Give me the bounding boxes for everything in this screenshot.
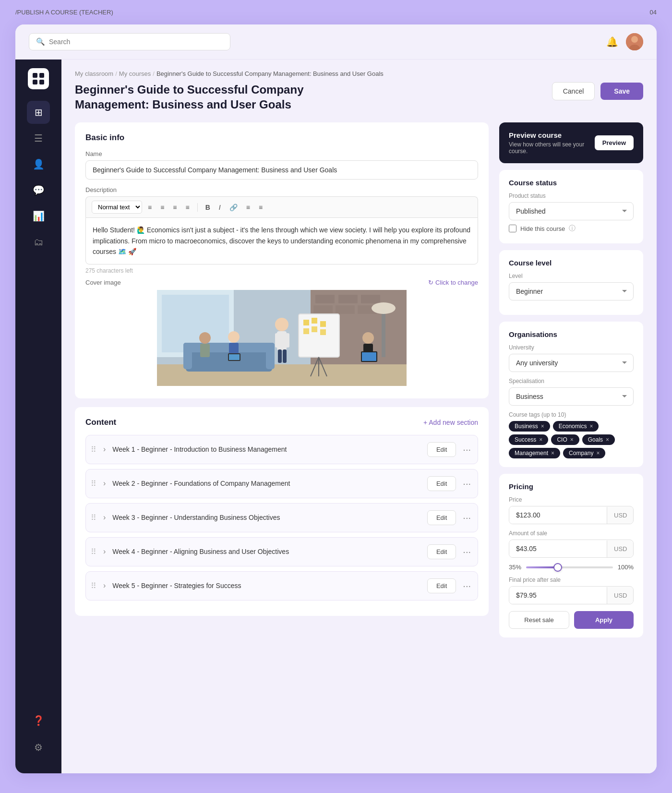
svg-rect-26 xyxy=(278,349,282,363)
tag-economics: Economics × xyxy=(553,421,599,432)
add-section-button[interactable]: + Add new section xyxy=(423,419,478,426)
align-center-btn[interactable]: ≡ xyxy=(157,202,167,213)
sale-input[interactable] xyxy=(509,540,607,557)
edit-week-btn[interactable]: Edit xyxy=(427,442,456,457)
notification-bell-icon[interactable]: 🔔 xyxy=(606,36,618,48)
svg-rect-21 xyxy=(266,343,275,369)
tag-business: Business × xyxy=(509,421,550,432)
specialisation-select[interactable]: Business xyxy=(509,387,634,406)
save-button[interactable]: Save xyxy=(600,83,643,100)
course-level-card: Course level Level Beginner xyxy=(499,250,643,315)
week-row-2: ⠿ › Week 2 - Beginner - Foundations of C… xyxy=(85,469,478,498)
italic-btn[interactable]: I xyxy=(216,202,224,213)
hide-course-info-icon[interactable]: ⓘ xyxy=(569,224,576,233)
more-options-btn[interactable]: ··· xyxy=(461,546,473,557)
page-title: Beginner's Guide to Successful Company M… xyxy=(75,82,372,112)
sidebar-item-files[interactable]: 🗂 xyxy=(27,230,50,253)
product-status-select[interactable]: Published xyxy=(509,202,634,220)
drag-handle[interactable]: ⠿ xyxy=(91,547,96,556)
apply-button[interactable]: Apply xyxy=(574,611,634,629)
drag-handle[interactable]: ⠿ xyxy=(91,479,96,488)
svg-point-38 xyxy=(199,332,211,344)
course-level-title: Course level xyxy=(509,259,634,267)
sidebar-item-help[interactable]: ❓ xyxy=(27,709,50,732)
sidebar-item-user[interactable]: 👤 xyxy=(27,153,50,176)
align-justify-btn[interactable]: ≡ xyxy=(183,202,192,213)
week-label: Week 5 - Beginner - Strategies for Succe… xyxy=(112,582,422,589)
align-right-btn[interactable]: ≡ xyxy=(170,202,180,213)
svg-rect-15 xyxy=(336,305,355,314)
edit-week-btn[interactable]: Edit xyxy=(427,578,456,593)
tag-remove-btn[interactable]: × xyxy=(589,423,593,430)
refresh-icon: ↻ xyxy=(428,279,433,286)
more-options-btn[interactable]: ··· xyxy=(461,478,473,489)
sidebar-item-chart[interactable]: 📊 xyxy=(27,204,50,228)
price-input[interactable] xyxy=(509,506,607,524)
sidebar-item-menu[interactable]: ☰ xyxy=(27,127,50,150)
svg-rect-6 xyxy=(39,80,44,84)
user-avatar[interactable] xyxy=(626,33,643,50)
toolbar-sep-1 xyxy=(197,203,198,212)
search-input[interactable] xyxy=(49,38,223,46)
bold-btn[interactable]: B xyxy=(203,202,213,213)
svg-rect-48 xyxy=(382,309,385,357)
breadcrumb-item-classroom[interactable]: My classroom xyxy=(75,70,113,77)
price-currency: USD xyxy=(607,507,634,524)
more-options-btn[interactable]: ··· xyxy=(461,580,473,591)
align-left-btn[interactable]: ≡ xyxy=(145,202,155,213)
sidebar-item-settings[interactable]: ⚙ xyxy=(27,736,50,759)
edit-week-btn[interactable]: Edit xyxy=(427,544,456,559)
course-name-input[interactable] xyxy=(85,160,478,180)
svg-rect-43 xyxy=(229,354,240,360)
chevron-btn[interactable]: › xyxy=(101,547,108,556)
drag-handle[interactable]: ⠿ xyxy=(91,513,96,522)
tag-remove-btn[interactable]: × xyxy=(570,436,574,443)
search-bar[interactable]: 🔍 xyxy=(29,33,230,50)
text-style-select[interactable]: Normal text xyxy=(92,201,142,214)
tag-cio: CIO × xyxy=(551,434,579,445)
sidebar-item-grid[interactable]: ⊞ xyxy=(27,101,50,124)
edit-week-btn[interactable]: Edit xyxy=(427,476,456,491)
chevron-btn[interactable]: › xyxy=(101,513,108,522)
svg-point-40 xyxy=(228,331,240,343)
tag-remove-btn[interactable]: × xyxy=(551,450,554,457)
week-row-1: ⠿ › Week 1 - Beginner - Introduction to … xyxy=(85,435,478,464)
content-area: My classroom / My courses / Beginner's G… xyxy=(61,60,657,773)
tag-remove-btn[interactable]: × xyxy=(606,436,609,443)
link-btn[interactable]: 🔗 xyxy=(227,202,240,213)
click-to-change-btn[interactable]: ↻ Click to change xyxy=(428,279,478,286)
level-select[interactable]: Beginner xyxy=(509,282,634,300)
university-select[interactable]: Any university xyxy=(509,354,634,372)
pricing-title: Pricing xyxy=(509,482,634,491)
discount-slider[interactable] xyxy=(526,566,613,568)
chevron-btn[interactable]: › xyxy=(101,445,108,454)
description-editor[interactable]: Hello Student! 🙋‍♂️ Economics isn't just… xyxy=(85,217,478,264)
svg-rect-29 xyxy=(303,320,309,325)
week-row-3: ⠿ › Week 3 - Beginner - Understanding Bu… xyxy=(85,503,478,532)
preview-button[interactable]: Preview xyxy=(595,135,634,150)
sidebar-item-chat[interactable]: 💬 xyxy=(27,179,50,202)
edit-week-btn[interactable]: Edit xyxy=(427,510,456,525)
drag-handle[interactable]: ⠿ xyxy=(91,445,96,454)
cancel-button[interactable]: Cancel xyxy=(552,82,595,100)
hide-course-checkbox[interactable] xyxy=(509,225,516,232)
tag-remove-btn[interactable]: × xyxy=(539,436,542,443)
tag-remove-btn[interactable]: × xyxy=(596,450,600,457)
breadcrumb-item-courses[interactable]: My courses xyxy=(119,70,151,77)
more-options-btn[interactable]: ··· xyxy=(461,444,473,455)
chevron-btn[interactable]: › xyxy=(101,479,108,488)
tag-company: Company × xyxy=(563,448,605,458)
list-btn[interactable]: ≡ xyxy=(243,202,253,213)
week-row-4: ⠿ › Week 4 - Beginner - Aligning Busines… xyxy=(85,537,478,566)
chevron-btn[interactable]: › xyxy=(101,581,108,590)
header-actions: Cancel Save xyxy=(552,82,643,100)
more-options-btn[interactable]: ··· xyxy=(461,512,473,523)
ordered-list-btn[interactable]: ≡ xyxy=(256,202,265,213)
tag-success: Success × xyxy=(509,434,548,445)
reset-sale-button[interactable]: Reset sale xyxy=(509,611,569,629)
tag-remove-btn[interactable]: × xyxy=(541,423,544,430)
drag-handle[interactable]: ⠿ xyxy=(91,581,96,590)
final-price-input[interactable] xyxy=(509,587,607,604)
week-label: Week 4 - Beginner - Aligning Business an… xyxy=(112,548,422,555)
sale-label: Amount of sale xyxy=(509,530,634,537)
